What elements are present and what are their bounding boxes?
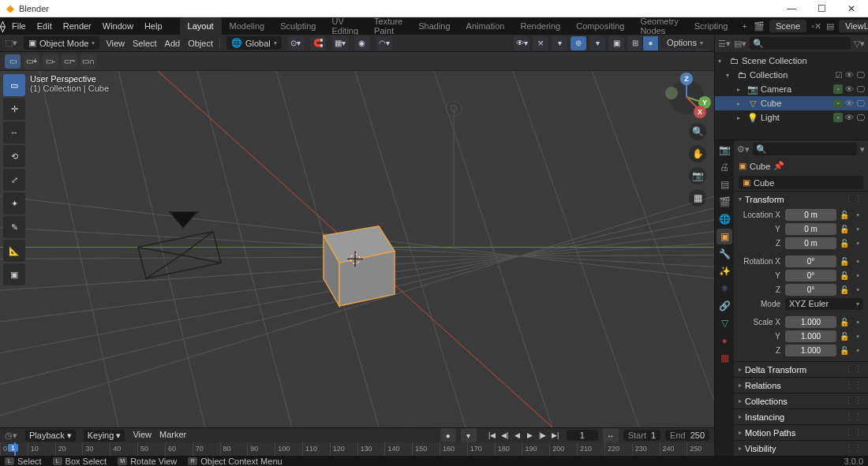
outliner-item-light[interactable]: ▸💡Light▪👁🖵 — [715, 110, 868, 125]
workspace-tab-modeling[interactable]: Modeling — [222, 17, 273, 35]
properties-options-icon[interactable]: ▾ — [860, 144, 865, 155]
workspace-tab-layout[interactable]: Layout — [180, 17, 222, 35]
jump-start-button[interactable]: |◀ — [486, 430, 499, 441]
tool-rotate[interactable]: ⟲ — [3, 145, 25, 167]
snap-toggle[interactable]: 🧲 — [310, 36, 326, 50]
property-tab-world[interactable]: 🌐 — [716, 211, 732, 227]
solid-shading[interactable]: ● — [643, 36, 659, 50]
tool-transform[interactable]: ✦ — [3, 192, 25, 214]
viewlayer-selector[interactable]: ViewLayer — [839, 20, 868, 32]
jump-end-button[interactable]: ▶| — [549, 430, 562, 441]
workspace-tab-shading[interactable]: Shading — [410, 17, 458, 35]
timeline-editor-icon[interactable]: ◷▾ — [5, 431, 17, 441]
gizmo-toggle[interactable]: ⤧ — [533, 36, 548, 50]
tool-cursor[interactable]: ✛ — [3, 98, 25, 120]
menu-window[interactable]: Window — [103, 21, 133, 31]
tool-add-cube[interactable]: ▣ — [3, 263, 25, 285]
lock-icon[interactable]: 🔓 — [839, 318, 850, 326]
select-mode-extend[interactable]: ▭+ — [24, 54, 39, 69]
lock-icon[interactable]: 🔓 — [839, 271, 850, 280]
select-mode-subtract[interactable]: ▭- — [43, 54, 58, 69]
xray-toggle[interactable]: ▣ — [608, 36, 624, 50]
anim-dot-icon[interactable]: • — [852, 285, 863, 294]
outliner-item-cube[interactable]: ▸▽Cube▪👁🖵 — [715, 96, 868, 110]
wireframe-shading[interactable]: ⊞ — [627, 36, 643, 50]
timeline-menu-keying[interactable]: Keying ▾ — [84, 430, 125, 442]
anim-dot-icon[interactable]: • — [852, 239, 863, 248]
lock-icon[interactable]: 🔓 — [839, 225, 850, 233]
lock-icon[interactable]: 🔓 — [839, 239, 850, 248]
lock-icon[interactable]: 🔓 — [839, 346, 850, 355]
timeline-menu-view[interactable]: View — [133, 430, 152, 442]
keying-dropdown[interactable]: ▾ — [461, 428, 477, 442]
gizmo-dropdown[interactable]: ▾ — [552, 36, 567, 50]
location-z-field[interactable]: 0 m — [785, 237, 836, 249]
gizmo-z-axis[interactable]: Z — [680, 73, 693, 85]
lock-icon[interactable]: 🔓 — [839, 211, 850, 219]
navigation-gizmo[interactable]: Z Y X — [664, 74, 709, 120]
workspace-tab-rendering[interactable]: Rendering — [512, 17, 568, 35]
tool-select-box[interactable]: ▭ — [3, 74, 25, 96]
prev-keyframe-button[interactable]: ◀| — [499, 430, 511, 441]
end-frame-field[interactable]: End 250 — [665, 430, 709, 441]
anim-dot-icon[interactable]: • — [852, 271, 863, 280]
pivot-point-button[interactable]: ⊙▾ — [288, 36, 304, 50]
workspace-tab-geometry-nodes[interactable]: Geometry Nodes — [632, 17, 686, 35]
menu-edit[interactable]: Edit — [37, 21, 52, 31]
panel-header-collections[interactable]: ▸Collections⋮⋮ — [734, 393, 868, 408]
rotation-y-field[interactable]: 0° — [785, 270, 836, 281]
property-tab-view-layer[interactable]: ▤ — [716, 177, 732, 192]
anim-dot-icon[interactable]: • — [852, 257, 863, 266]
select-mode-set[interactable]: ▭ — [5, 54, 21, 69]
panel-header-instancing[interactable]: ▸Instancing⋮⋮ — [734, 409, 868, 424]
close-button[interactable]: ✕ — [840, 3, 863, 14]
property-tab-scene[interactable]: 🎬 — [716, 194, 732, 210]
outliner-filter-button[interactable]: ▽▾ — [854, 39, 865, 49]
maximize-button[interactable]: ☐ — [810, 3, 833, 14]
panel-header-delta-transform[interactable]: ▸Delta Transform⋮⋮ — [734, 362, 868, 377]
outliner-view-icon[interactable]: ▤▾ — [734, 39, 746, 49]
workspace-tab-sculpting[interactable]: Sculpting — [272, 17, 324, 35]
preview-range-toggle[interactable]: ↔ — [603, 428, 619, 442]
viewport-3d[interactable]: User Perspective (1) Collection | Cube ▭… — [0, 71, 714, 427]
tool-move[interactable]: ↔ — [3, 121, 25, 144]
transform-panel-header[interactable]: ▾ Transform ⋮⋮ — [734, 192, 868, 207]
zoom-button[interactable]: 🔍 — [689, 123, 706, 140]
menu-render[interactable]: Render — [63, 21, 92, 31]
property-tab-data[interactable]: ▽ — [716, 315, 732, 331]
workspace-tab-animation[interactable]: Animation — [458, 17, 513, 35]
overlays-dropdown[interactable]: ▾ — [589, 36, 605, 50]
outliner-item-camera[interactable]: ▸📷Camera▪👁🖵 — [715, 82, 868, 96]
play-button[interactable]: ▶ — [524, 430, 537, 441]
workspace-tab-texture-paint[interactable]: Texture Paint — [366, 17, 410, 35]
property-tab-constraints[interactable]: 🔗 — [716, 298, 732, 314]
panel-header-visibility[interactable]: ▸Visibility⋮⋮ — [734, 441, 868, 456]
rotation-mode-dropdown[interactable]: XYZ Euler▾ — [785, 298, 863, 310]
viewport-menu-object[interactable]: Object — [188, 39, 213, 48]
mode-selector[interactable]: ▣ Object Mode ▾ — [24, 36, 99, 50]
property-tab-modifiers[interactable]: 🔧 — [716, 246, 732, 262]
current-frame-field[interactable]: 1 — [567, 430, 598, 441]
property-tab-physics[interactable]: ⚛ — [716, 281, 732, 296]
minimize-button[interactable]: — — [780, 3, 803, 14]
outliner-search[interactable]: 🔍 — [750, 37, 851, 50]
workspace-tab-compositing[interactable]: Compositing — [568, 17, 632, 35]
add-workspace-button[interactable]: + — [735, 21, 753, 31]
viewport-menu-add[interactable]: Add — [165, 39, 181, 48]
viewlayer-browse-icon[interactable]: ▤ — [826, 21, 834, 32]
outliner-scene-collection[interactable]: ▾🗀Scene Collection — [715, 54, 868, 68]
rotation-x-field[interactable]: 0° — [785, 255, 836, 267]
tool-annotate[interactable]: ✎ — [3, 216, 25, 238]
scene-new-icon[interactable]: ▫✕ — [811, 21, 821, 32]
viewport-options-dropdown[interactable]: Options ▾ — [660, 36, 709, 49]
location-x-field[interactable]: 0 m — [785, 209, 836, 221]
gizmo-x-axis[interactable]: X — [694, 106, 706, 118]
timeline-menu-marker[interactable]: Marker — [159, 430, 186, 442]
menu-help[interactable]: Help — [144, 21, 163, 31]
anim-dot-icon[interactable]: • — [852, 225, 863, 233]
property-tab-output[interactable]: 🖨 — [716, 159, 732, 175]
outliner-editor-icon[interactable]: ☰▾ — [718, 39, 731, 49]
tool-scale[interactable]: ⤢ — [3, 169, 25, 191]
gizmo-neg-y[interactable] — [665, 87, 678, 99]
rotation-z-field[interactable]: 0° — [785, 284, 836, 296]
